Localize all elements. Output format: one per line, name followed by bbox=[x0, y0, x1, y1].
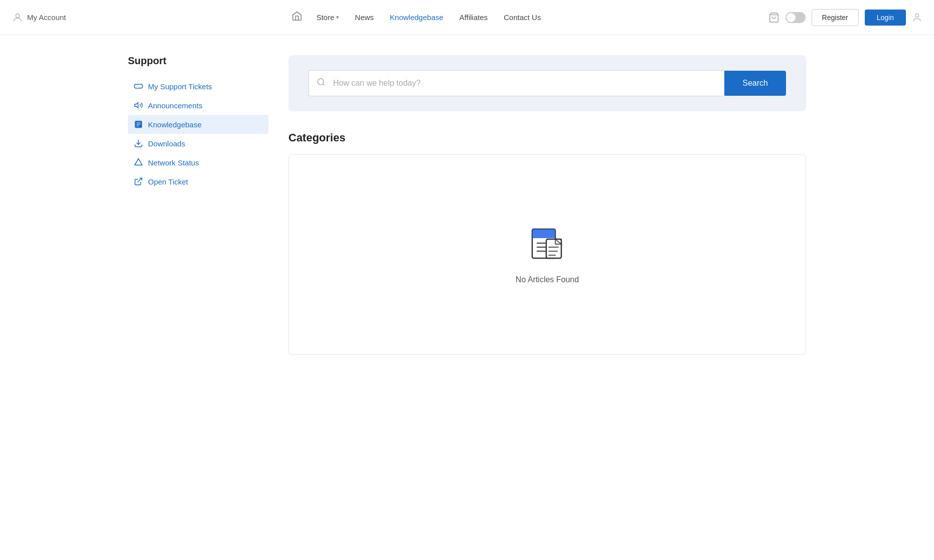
cart-icon bbox=[768, 12, 780, 23]
my-account[interactable]: My Account bbox=[12, 12, 66, 23]
no-articles-label: No Articles Found bbox=[516, 275, 579, 284]
main-nav: Store ▾ News Knowledgebase Affiliates Co… bbox=[286, 7, 548, 28]
search-button[interactable]: Search bbox=[724, 71, 786, 96]
download-icon bbox=[134, 139, 143, 148]
categories-box: No Articles Found bbox=[288, 154, 806, 355]
sidebar-item-open-ticket[interactable]: Open Ticket bbox=[128, 172, 268, 191]
megaphone-icon bbox=[134, 101, 143, 110]
svg-point-0 bbox=[16, 14, 19, 17]
nav-knowledgebase[interactable]: Knowledgebase bbox=[383, 9, 450, 26]
book-icon bbox=[134, 120, 143, 129]
external-link-icon bbox=[134, 177, 143, 186]
sidebar-item-network-status[interactable]: Network Status bbox=[128, 153, 268, 172]
content-area: Search Categories bbox=[288, 55, 806, 355]
cart-area[interactable] bbox=[768, 12, 780, 23]
svg-marker-3 bbox=[135, 103, 138, 108]
theme-toggle[interactable] bbox=[786, 12, 806, 23]
nav-affiliates[interactable]: Affiliates bbox=[452, 9, 495, 26]
my-account-label: My Account bbox=[27, 13, 66, 22]
search-icon bbox=[317, 78, 326, 89]
network-icon bbox=[134, 158, 143, 167]
sidebar-title: Support bbox=[128, 55, 268, 67]
nav-store[interactable]: Store ▾ bbox=[309, 9, 346, 26]
sidebar-item-my-support-tickets[interactable]: My Support Tickets bbox=[128, 77, 268, 96]
svg-rect-11 bbox=[532, 229, 555, 238]
sidebar-item-announcements[interactable]: Announcements bbox=[128, 96, 268, 115]
store-chevron: ▾ bbox=[336, 14, 339, 21]
search-section: Search bbox=[288, 55, 806, 111]
svg-point-8 bbox=[318, 79, 324, 85]
svg-point-2 bbox=[915, 14, 919, 17]
sidebar-item-downloads[interactable]: Downloads bbox=[128, 134, 268, 153]
login-button[interactable]: Login bbox=[865, 10, 906, 26]
nav-news[interactable]: News bbox=[348, 9, 381, 26]
svg-line-7 bbox=[138, 178, 142, 182]
home-icon[interactable] bbox=[286, 7, 307, 28]
svg-marker-6 bbox=[135, 159, 142, 165]
register-button[interactable]: Register bbox=[812, 9, 859, 26]
header-right-icon bbox=[912, 13, 922, 23]
nav-contact-us[interactable]: Contact Us bbox=[497, 9, 548, 26]
search-input-wrapper bbox=[308, 70, 724, 96]
header-right: Register Login bbox=[768, 9, 922, 26]
sidebar-item-knowledgebase[interactable]: Knowledgebase bbox=[128, 115, 268, 134]
svg-line-9 bbox=[323, 84, 324, 85]
search-input[interactable] bbox=[308, 70, 724, 96]
categories-title: Categories bbox=[288, 131, 806, 144]
header: My Account Store ▾ News Knowledgebase Af… bbox=[0, 0, 934, 35]
user-icon bbox=[12, 12, 23, 23]
no-articles-icon bbox=[527, 225, 567, 265]
ticket-icon bbox=[134, 82, 143, 91]
sidebar: Support My Support Tickets Announcements bbox=[128, 55, 268, 191]
main-layout: Support My Support Tickets Announcements bbox=[116, 35, 818, 375]
